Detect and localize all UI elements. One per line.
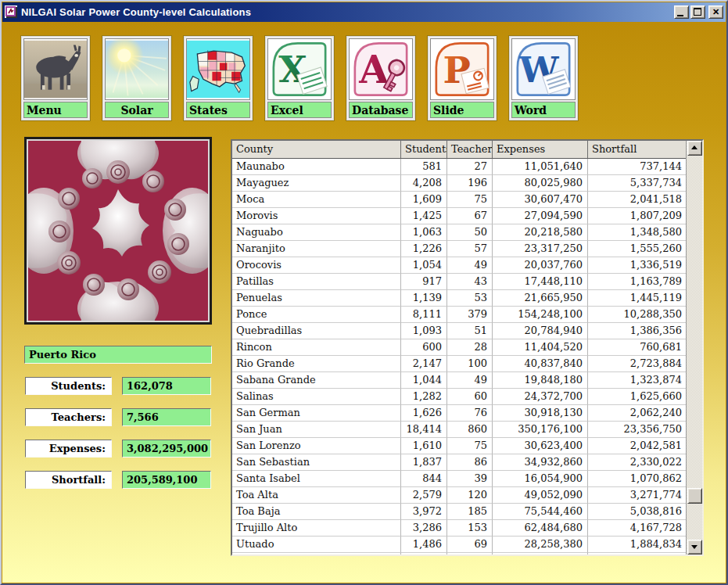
table-cell: 581 [401, 159, 447, 175]
column-header-county[interactable]: County [232, 141, 401, 158]
table-cell: 844 [401, 471, 447, 487]
table-cell: 185 [447, 504, 493, 520]
table-cell: Rio Grande [232, 356, 401, 372]
table-row[interactable]: Utuado1,4866928,258,3801,884,834 [232, 537, 687, 553]
expenses-value[interactable]: 3,082,295,000 [122, 440, 211, 458]
close-button[interactable]: ✕ [708, 5, 723, 19]
table-row[interactable]: Sabana Grande1,0444919,848,1801,323,874 [232, 372, 687, 389]
table-cell [447, 553, 493, 554]
teachers-value[interactable]: 7,566 [122, 408, 211, 426]
table-cell: 2,330,022 [588, 454, 687, 471]
solar-button[interactable]: Solar [102, 36, 171, 120]
students-value[interactable]: 162,078 [122, 377, 211, 395]
table-cell: 120 [447, 487, 493, 504]
table-row[interactable]: Moca1,6097530,607,4702,041,518 [232, 192, 687, 208]
table-cell: 1,486 [401, 537, 447, 553]
table-row[interactable]: San Lorenzo1,6107530,623,4002,042,581 [232, 438, 687, 454]
table-cell: 1,070,862 [588, 471, 687, 487]
app-window: NILGAI Solar Power County-level Calculat… [0, 0, 728, 585]
table-cell: 28,258,380 [493, 537, 588, 553]
table-cell: Sabana Grande [232, 372, 401, 389]
table-row[interactable]: Salinas1,2826024,372,7001,625,660 [232, 389, 687, 405]
table-row[interactable]: Ponce8,111379154,248,10010,288,350 [232, 307, 687, 323]
title-bar[interactable]: NILGAI Solar Power County-level Calculat… [2, 2, 726, 22]
table-cell [232, 553, 401, 554]
table-cell: 11,404,520 [493, 339, 588, 356]
table-cell: 57 [447, 241, 493, 257]
table-row[interactable]: Trujillo Alto3,28615362,484,6804,167,728 [232, 520, 687, 537]
excel-button-label: Excel [267, 102, 332, 118]
table-row[interactable]: Mayaguez4,20819680,025,9805,337,734 [232, 175, 687, 192]
table-cell: 69 [447, 537, 493, 553]
scrollbar-thumb[interactable] [687, 488, 702, 504]
table-cell [588, 553, 687, 554]
column-header-expenses[interactable]: Expenses [493, 141, 588, 158]
scroll-down-icon [691, 545, 698, 549]
table-cell: 100 [447, 356, 493, 372]
table-cell: 27,094,590 [493, 208, 588, 224]
table-cell: 1,807,209 [588, 208, 687, 224]
table-cell: 50 [447, 224, 493, 241]
table-cell: 8,111 [401, 307, 447, 323]
table-cell: 24,372,700 [493, 389, 588, 405]
table-cell: 11,051,640 [493, 159, 588, 175]
table-cell: 51 [447, 323, 493, 339]
us-map-icon [186, 38, 250, 100]
table-cell: 2,041,518 [588, 192, 687, 208]
slide-button[interactable]: P Slide [428, 36, 497, 120]
table-cell: 4,167,728 [588, 520, 687, 537]
vertical-scrollbar[interactable] [686, 141, 702, 554]
maximize-button[interactable] [690, 5, 705, 19]
table-cell: 18,414 [401, 422, 447, 438]
word-icon: W [511, 38, 576, 100]
database-button[interactable]: A Database [346, 36, 415, 120]
table-cell: Orocovis [232, 257, 401, 274]
table-row[interactable]: Penuelas1,1395321,665,9501,445,119 [232, 290, 687, 307]
table-cell: 20,784,940 [493, 323, 588, 339]
scroll-up-button[interactable] [687, 141, 702, 156]
table-cell [401, 553, 447, 554]
table-row[interactable]: Orocovis1,0544920,037,7601,336,519 [232, 257, 687, 274]
table-cell: Toa Alta [232, 487, 401, 504]
column-header-shortfall[interactable]: Shortfall [588, 141, 687, 158]
table-cell: 5,038,816 [588, 504, 687, 520]
column-header-teachers[interactable]: Teachers [447, 141, 493, 158]
table-cell: 153 [447, 520, 493, 537]
table-row[interactable]: Quebradillas1,0935120,784,9401,386,356 [232, 323, 687, 339]
column-header-students[interactable]: Students [401, 141, 447, 158]
table-row[interactable]: San Sebastian1,8378634,932,8602,330,022 [232, 454, 687, 471]
table-row[interactable]: San German1,6267630,918,1302,062,240 [232, 405, 687, 422]
table-cell: 21,665,950 [493, 290, 588, 307]
table-cell: 1,610 [401, 438, 447, 454]
table-row[interactable]: Naguabo1,0635020,218,5801,348,580 [232, 224, 687, 241]
table-row[interactable]: Santa Isabel8443916,054,9001,070,862 [232, 471, 687, 487]
minimize-button[interactable] [674, 5, 689, 19]
table-cell: 75,544,460 [493, 504, 588, 520]
table-row[interactable]: Toa Baja3,97218575,544,4605,038,816 [232, 504, 687, 520]
table-row[interactable] [232, 553, 687, 554]
table-row[interactable]: Naranjito1,2265723,317,2501,555,260 [232, 241, 687, 257]
table-cell: Penuelas [232, 290, 401, 307]
table-row[interactable]: Morovis1,4256727,094,5901,807,209 [232, 208, 687, 224]
table-row[interactable]: Maunabo5812711,051,640737,144 [232, 159, 687, 175]
table-cell: 1,625,660 [588, 389, 687, 405]
states-button[interactable]: States [184, 36, 253, 120]
table-cell: 27 [447, 159, 493, 175]
table-cell: San Lorenzo [232, 438, 401, 454]
table-cell: Morovis [232, 208, 401, 224]
table-row[interactable]: San Juan18,414860350,176,10023,356,750 [232, 422, 687, 438]
table-row[interactable]: Rio Grande2,14710040,837,8402,723,884 [232, 356, 687, 372]
table-row[interactable]: Patillas9174317,448,1101,163,789 [232, 274, 687, 290]
shortfall-value[interactable]: 205,589,100 [122, 471, 211, 489]
scroll-down-button[interactable] [687, 540, 702, 554]
excel-button[interactable]: X Excel [265, 36, 334, 120]
table-cell: 760,681 [588, 339, 687, 356]
word-button[interactable]: W Word [509, 36, 578, 120]
table-row[interactable]: Toa Alta2,57912049,052,0903,271,774 [232, 487, 687, 504]
table-cell: 49 [447, 257, 493, 274]
table-cell: Salinas [232, 389, 401, 405]
table-cell: Ponce [232, 307, 401, 323]
table-row[interactable]: Rincon6002811,404,520760,681 [232, 339, 687, 356]
menu-button[interactable]: Menu [21, 36, 90, 120]
table-cell: 3,286 [401, 520, 447, 537]
